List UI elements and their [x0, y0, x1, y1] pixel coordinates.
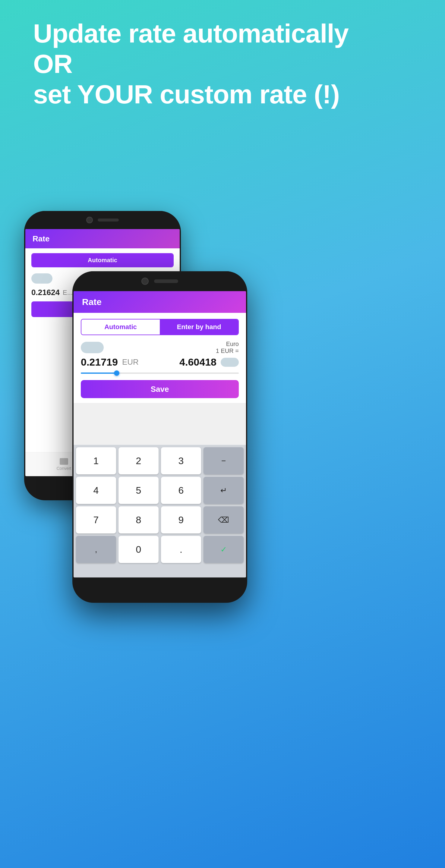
back-rate-value: 0.21624	[31, 288, 60, 297]
phone-front: Rate Automatic Enter by hand Euro 1 EUR …	[72, 271, 247, 603]
front-notch-bar	[72, 271, 247, 291]
front-white-area: Automatic Enter by hand Euro 1 EUR = 0.2…	[73, 313, 246, 403]
key-1[interactable]: 1	[76, 447, 116, 474]
back-tab-automatic[interactable]: Automatic	[32, 254, 173, 267]
save-button[interactable]: Save	[81, 380, 239, 398]
front-speaker-icon	[154, 279, 178, 283]
key-5[interactable]: 5	[118, 477, 158, 504]
headline-line2: OR	[33, 49, 72, 79]
tab-automatic[interactable]: Automatic	[81, 319, 160, 335]
back-convert-label: Convert	[56, 466, 71, 471]
front-currency-info: Euro 1 EUR =	[216, 341, 239, 354]
key-6[interactable]: 6	[161, 477, 201, 504]
currency-rate-label: 1 EUR =	[216, 347, 239, 354]
keyboard-row-1: 1 2 3 −	[76, 447, 244, 474]
slider-track	[81, 373, 239, 374]
key-4[interactable]: 4	[76, 477, 116, 504]
back-header: Rate	[25, 229, 180, 248]
back-rate-currency: E...	[63, 289, 73, 297]
front-rate-converted: 4.60418	[179, 356, 216, 368]
slider-thumb[interactable]	[114, 370, 119, 376]
front-screen: Rate Automatic Enter by hand Euro 1 EUR …	[73, 291, 246, 578]
headline-line1: Update rate automatically	[33, 19, 349, 48]
keyboard-row-4: , 0 . ✓	[76, 536, 244, 563]
key-7[interactable]: 7	[76, 506, 116, 533]
key-dot[interactable]: .	[161, 536, 201, 563]
keyboard-row-3: 7 8 9 ⌫	[76, 506, 244, 533]
front-header-title: Rate	[82, 297, 101, 307]
key-return[interactable]: ↵	[204, 477, 244, 504]
back-tab-bar: Automatic	[31, 253, 174, 267]
key-comma[interactable]: ,	[76, 536, 116, 563]
front-camera-icon	[141, 278, 149, 285]
key-minus[interactable]: −	[204, 447, 244, 474]
key-2[interactable]: 2	[118, 447, 158, 474]
key-3[interactable]: 3	[161, 447, 201, 474]
front-rate-value: 0.21719	[81, 356, 118, 368]
front-toggle-row: Euro 1 EUR =	[81, 341, 239, 354]
headline-line3: set YOUR custom rate (!)	[33, 79, 339, 109]
back-header-title: Rate	[33, 234, 50, 244]
front-rate-row: 0.21719 EUR 4.60418	[81, 356, 239, 368]
key-8[interactable]: 8	[118, 506, 158, 533]
back-notch-bar	[24, 211, 181, 229]
back-toggle[interactable]	[31, 273, 53, 284]
key-0[interactable]: 0	[118, 536, 158, 563]
key-9[interactable]: 9	[161, 506, 201, 533]
tab-enter-by-hand[interactable]: Enter by hand	[160, 319, 238, 335]
front-header: Rate	[73, 291, 246, 313]
front-toggle-small[interactable]	[221, 358, 239, 367]
convert-icon	[60, 458, 68, 465]
back-camera-icon	[86, 217, 93, 223]
headline: Update rate automatically OR set YOUR cu…	[33, 18, 412, 110]
slider-fill	[81, 373, 116, 374]
key-backspace[interactable]: ⌫	[204, 506, 244, 533]
key-confirm[interactable]: ✓	[204, 536, 244, 563]
front-slider-row	[81, 370, 239, 376]
front-tab-bar: Automatic Enter by hand	[81, 319, 239, 335]
keyboard-row-2: 4 5 6 ↵	[76, 477, 244, 504]
front-toggle[interactable]	[81, 342, 104, 353]
back-speaker-icon	[98, 218, 119, 221]
currency-name: Euro	[216, 341, 239, 347]
front-rate-currency: EUR	[122, 358, 139, 367]
keyboard: 1 2 3 − 4 5 6 ↵ 7 8 9 ⌫ , 0 . ✓	[73, 445, 246, 578]
